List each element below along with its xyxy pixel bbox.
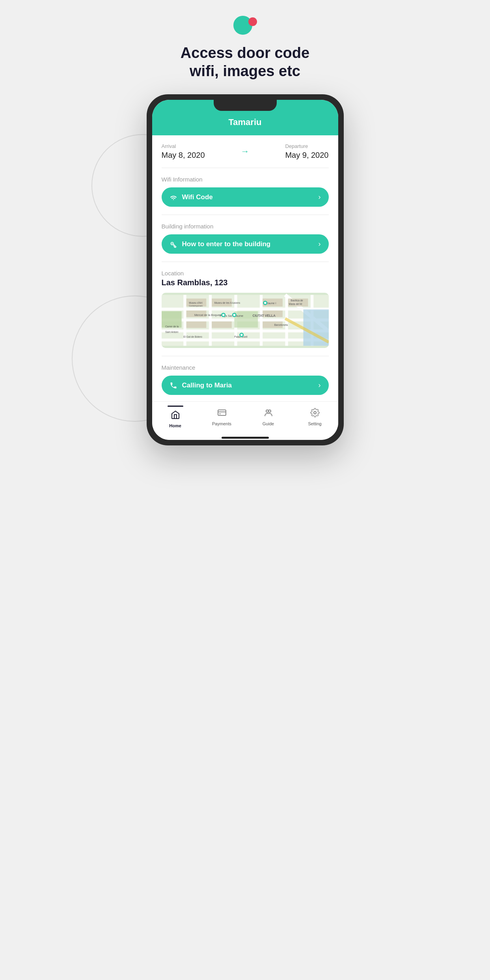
building-info-label: How to enter to the building xyxy=(182,240,319,248)
app-title: Tamariu xyxy=(162,117,329,127)
tab-payments-label: Payments xyxy=(212,421,231,426)
setting-icon xyxy=(310,408,320,420)
logo-red-dot xyxy=(248,17,257,26)
svg-text:Sant Antoni: Sant Antoni xyxy=(165,331,178,333)
tab-home[interactable]: Home xyxy=(152,406,199,428)
svg-text:Jaume I: Jaume I xyxy=(267,302,276,305)
tab-setting[interactable]: Setting xyxy=(292,408,338,426)
svg-point-47 xyxy=(240,334,243,336)
calling-maria-label: Calling to Maria xyxy=(182,382,319,389)
wifi-code-button[interactable]: Wifi Code › xyxy=(162,187,329,207)
building-section: Building information How to enter to the… xyxy=(162,215,329,262)
building-chevron-icon: › xyxy=(319,240,321,248)
key-icon xyxy=(170,240,177,248)
svg-text:Carrer de la: Carrer de la xyxy=(165,325,179,328)
svg-point-1 xyxy=(171,243,173,244)
svg-point-53 xyxy=(268,410,271,412)
map-container[interactable]: Museu d'Art Contemporani Museu de les Il… xyxy=(162,293,329,348)
tab-setting-label: Setting xyxy=(308,421,321,426)
tab-bar: Home Payments xyxy=(152,401,338,434)
building-info-button[interactable]: How to enter to the building › xyxy=(162,234,329,254)
svg-rect-21 xyxy=(212,322,232,328)
home-indicator-bar xyxy=(222,437,269,439)
tab-guide-label: Guide xyxy=(263,421,274,426)
page-wrapper: Access door code wifi, images etc Tamari… xyxy=(123,16,367,445)
svg-text:Barceloneta: Barceloneta xyxy=(274,324,288,326)
svg-text:Contemporani: Contemporani xyxy=(189,305,203,307)
maintenance-chevron-icon: › xyxy=(319,381,321,389)
wifi-code-label: Wifi Code xyxy=(182,193,319,201)
wifi-section: Wifi Information Wifi Code › xyxy=(162,168,329,215)
phone-frame: Tamariu Arrival May 8, 2020 → Departure … xyxy=(147,94,344,445)
departure-date: May 9, 2020 xyxy=(285,151,328,160)
maintenance-section-label: Maintenance xyxy=(162,364,329,371)
arrow-icon: → xyxy=(241,146,250,157)
svg-rect-51 xyxy=(219,413,221,414)
svg-point-54 xyxy=(314,411,316,414)
wifi-icon xyxy=(170,194,177,200)
phone-notch xyxy=(214,100,277,111)
arrival-block: Arrival May 8, 2020 xyxy=(162,143,205,160)
dates-section: Arrival May 8, 2020 → Departure May 9, 2… xyxy=(162,135,329,168)
svg-text:Museu d'Art: Museu d'Art xyxy=(189,301,202,304)
svg-rect-10 xyxy=(259,295,262,346)
tab-home-active-bar xyxy=(168,406,183,407)
svg-rect-49 xyxy=(218,410,226,415)
phone-screen: Tamariu Arrival May 8, 2020 → Departure … xyxy=(152,100,338,440)
home-indicator xyxy=(152,434,338,440)
app-content: Arrival May 8, 2020 → Departure May 9, 2… xyxy=(152,135,338,401)
svg-text:CIUTAT VELLA: CIUTAT VELLA xyxy=(252,314,276,318)
logo-area xyxy=(233,16,257,35)
location-section-label: Location xyxy=(162,270,329,277)
departure-label: Departure xyxy=(285,143,328,149)
arrival-date: May 8, 2020 xyxy=(162,151,205,160)
guide-icon xyxy=(264,408,273,420)
home-icon xyxy=(171,410,180,422)
wifi-chevron-icon: › xyxy=(319,193,321,201)
building-section-label: Building information xyxy=(162,223,329,230)
phone-icon xyxy=(170,382,177,389)
svg-point-43 xyxy=(264,302,266,304)
svg-text:Maria del M: Maria del M xyxy=(289,303,302,305)
hero-title: Access door code wifi, images etc xyxy=(181,44,309,80)
svg-text:Mercat de la Boqueria: Mercat de la Boqueria xyxy=(194,313,223,317)
tab-payments[interactable]: Payments xyxy=(199,408,245,426)
location-section: Location Las Ramblas, 123 xyxy=(162,262,329,356)
location-address: Las Ramblas, 123 xyxy=(162,278,329,287)
arrival-label: Arrival xyxy=(162,143,205,149)
payments-icon xyxy=(217,408,227,420)
svg-text:Museu de les Il-lusions: Museu de les Il-lusions xyxy=(214,301,240,304)
wifi-section-label: Wifi Information xyxy=(162,176,329,183)
maintenance-section: Maintenance Calling to Maria › xyxy=(162,356,329,401)
tab-home-label: Home xyxy=(169,423,181,428)
svg-text:El Gat de Botero: El Gat de Botero xyxy=(183,335,202,338)
svg-rect-19 xyxy=(186,322,206,328)
svg-rect-8 xyxy=(209,295,211,346)
departure-block: Departure May 9, 2020 xyxy=(285,143,328,160)
svg-point-41 xyxy=(222,314,224,316)
svg-text:Basílica de: Basílica de xyxy=(291,299,303,302)
svg-point-45 xyxy=(233,314,235,316)
calling-maria-button[interactable]: Calling to Maria › xyxy=(162,376,329,395)
tab-guide[interactable]: Guide xyxy=(245,408,292,426)
